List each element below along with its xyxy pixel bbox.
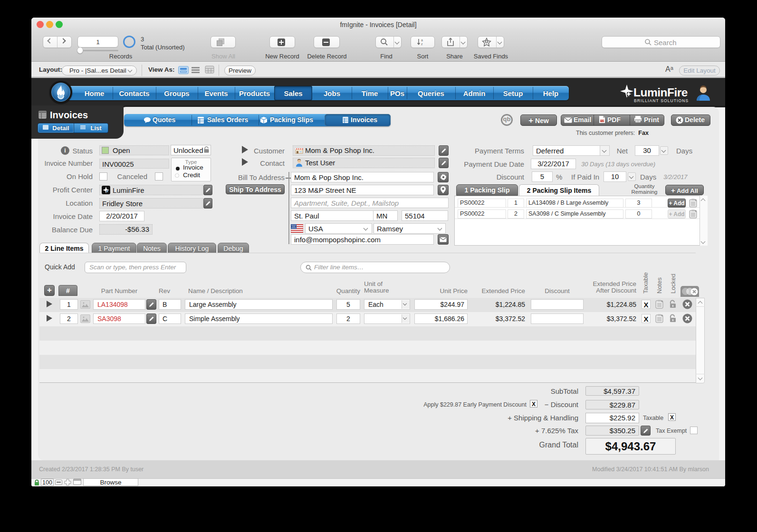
svg-text:a: a — [421, 38, 423, 42]
svg-text:z: z — [421, 42, 423, 46]
svg-text:PDF: PDF — [601, 120, 605, 122]
